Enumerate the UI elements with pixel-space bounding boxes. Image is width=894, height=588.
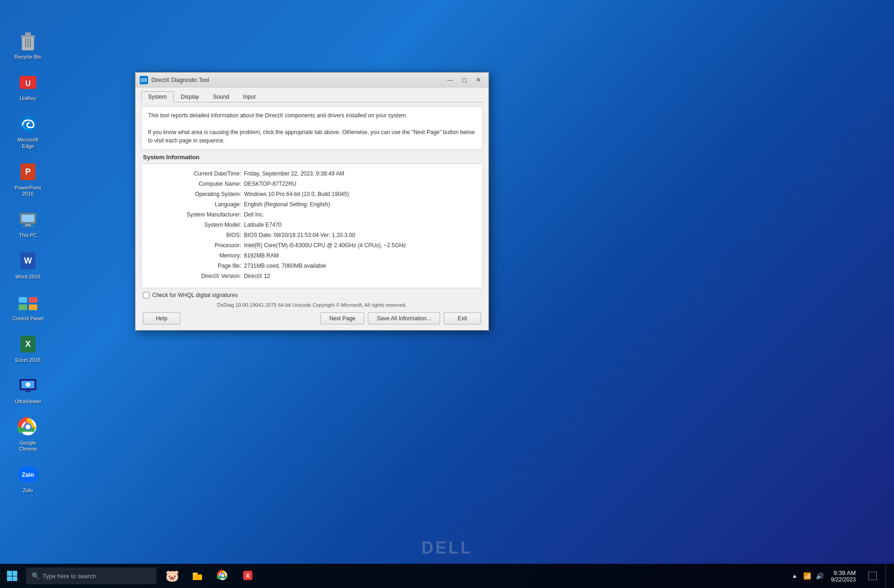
ppt-icon: P (17, 161, 39, 183)
desktop-icon-ppt[interactable]: P PowerPoint 2016 (9, 159, 47, 199)
whql-checkbox[interactable] (143, 292, 149, 298)
chrome-label: Google Chrome (11, 440, 45, 452)
label-os: Operating System: (151, 190, 244, 198)
show-desktop-button[interactable] (886, 564, 889, 588)
desktop-icon-word[interactable]: W Word 2016 (9, 248, 47, 282)
desktop-icon-excel[interactable]: X Excel 2016 (9, 331, 47, 365)
label-pagefile: Page file: (151, 262, 244, 270)
value-datetime: Friday, September 22, 2023, 9:38:49 AM (244, 169, 344, 178)
network-icon[interactable]: 📶 (803, 572, 811, 580)
dell-logo: DELL (421, 538, 473, 558)
description-box: This tool reports detailed information a… (141, 106, 483, 150)
desktop-icon-this-pc[interactable]: This PC (9, 206, 47, 240)
taskbar-file-explorer[interactable] (185, 564, 210, 588)
word-label: Word 2016 (15, 274, 41, 280)
desktop-icon-chrome[interactable]: Google Chrome (9, 414, 47, 454)
control-panel-icon (17, 291, 39, 314)
data-row-manufacturer: System Manufacturer: Dell Inc. (151, 210, 473, 219)
svg-text:Zalo: Zalo (22, 471, 34, 478)
label-bios: BIOS: (151, 231, 244, 239)
value-pagefile: 2731MB used, 7060MB available (244, 262, 326, 270)
desktop-icon-zalo[interactable]: Zalo Zalo (9, 461, 47, 495)
data-row-language: Language: English (Regional Setting: Eng… (151, 200, 473, 209)
taskbar-x-app[interactable]: X (236, 564, 260, 588)
clock-time: 9:39 AM (833, 569, 856, 576)
svg-text:DX: DX (141, 78, 147, 83)
data-row-model: System Model: Latitude E7470 (151, 221, 473, 229)
notification-button[interactable] (863, 564, 882, 588)
label-directx: DirectX Version: (151, 272, 244, 280)
value-computername: DESKTOP-87T22RU (244, 180, 296, 188)
recycle-bin-icon (17, 30, 39, 52)
zalo-icon: Zalo (17, 463, 39, 486)
desktop-icons-area: Recycle Bin U UniKey (9, 28, 47, 496)
button-row: Help Next Page Save All Information... E… (141, 310, 483, 326)
exit-button[interactable]: Exit (444, 312, 481, 324)
svg-rect-13 (25, 224, 31, 226)
start-button[interactable] (0, 564, 24, 588)
taskbar-pinned-items: 🐷 (160, 564, 260, 588)
data-row-os: Operating System: Windows 10 Pro 64-bit … (151, 190, 473, 198)
next-page-button[interactable]: Next Page (320, 312, 364, 324)
excel-label: Excel 2016 (15, 357, 41, 363)
data-row-bios: BIOS: BIOS Date: 08/20/18 21:53:04 Ver: … (151, 231, 473, 239)
tab-system[interactable]: System (141, 91, 174, 102)
tray-icons: 📶 🔊 (803, 572, 824, 580)
value-processor: Intel(R) Core(TM) i5-6300U CPU @ 2.40GHz… (244, 241, 406, 250)
label-language: Language: (151, 200, 244, 209)
value-bios: BIOS Date: 08/20/18 21:53:04 Ver: 1.20.3… (244, 231, 355, 239)
taskbar-search[interactable]: 🔍 (26, 568, 156, 584)
search-icon: 🔍 (32, 572, 40, 580)
whql-checkbox-area: Check for WHQL digital signatures (141, 292, 483, 298)
search-input[interactable] (42, 573, 151, 580)
tab-sound[interactable]: Sound (206, 91, 236, 102)
help-button[interactable]: Help (143, 312, 180, 324)
svg-text:X: X (25, 339, 31, 349)
description-line2: If you know what area is causing the pro… (148, 128, 476, 145)
svg-point-40 (221, 574, 224, 577)
svg-text:X: X (246, 572, 250, 579)
desktop-icon-edge[interactable]: Microsoft Edge (9, 111, 47, 151)
taskbar-chrome[interactable] (210, 564, 235, 588)
tabs-bar: System Display Sound Input (141, 91, 483, 102)
tray-expand-button[interactable]: ▲ (790, 571, 799, 581)
label-manufacturer: System Manufacturer: (151, 210, 244, 219)
svg-point-30 (26, 425, 30, 429)
label-processor: Processor: (151, 241, 244, 250)
section-title: System Information (141, 154, 483, 161)
ultraviewer-label: UltraViewer (15, 399, 41, 405)
tab-input[interactable]: Input (236, 91, 263, 102)
desktop-icon-unikey[interactable]: U UniKey (9, 69, 47, 103)
svg-text:U: U (25, 80, 31, 88)
svg-rect-20 (29, 304, 37, 310)
data-row-computername: Computer Name: DESKTOP-87T22RU (151, 180, 473, 188)
label-model: System Model: (151, 221, 244, 229)
system-clock[interactable]: 9:39 AM 9/22/2023 (827, 568, 860, 585)
tab-display[interactable]: Display (174, 91, 206, 102)
window-titlebar[interactable]: DX DirectX Diagnostic Tool — ◻ ✕ (135, 73, 488, 88)
value-memory: 8192MB RAM (244, 251, 279, 260)
value-language: English (Regional Setting: English) (244, 200, 330, 209)
edge-icon (17, 113, 39, 135)
close-button[interactable]: ✕ (472, 75, 485, 85)
control-panel-label: Control Panel (13, 316, 44, 322)
minimize-button[interactable]: — (444, 75, 457, 85)
excel-icon: X (17, 333, 39, 355)
window-controls: — ◻ ✕ (444, 75, 485, 85)
windows-logo-icon (7, 571, 17, 581)
data-row-pagefile: Page file: 2731MB used, 7060MB available (151, 262, 473, 270)
volume-icon[interactable]: 🔊 (816, 572, 824, 580)
desktop-icon-control-panel[interactable]: Control Panel (9, 290, 47, 324)
label-computername: Computer Name: (151, 180, 244, 188)
desktop-icon-recycle-bin[interactable]: Recycle Bin (9, 28, 47, 62)
window-title: DirectX Diagnostic Tool (151, 77, 444, 83)
data-row-directx: DirectX Version: DirectX 12 (151, 272, 473, 280)
restore-button[interactable]: ◻ (458, 75, 471, 85)
whql-label[interactable]: Check for WHQL digital signatures (152, 292, 238, 298)
chrome-icon (17, 416, 39, 438)
svg-rect-12 (21, 215, 34, 222)
clock-date: 9/22/2023 (831, 576, 856, 583)
save-all-button[interactable]: Save All Information... (368, 312, 440, 324)
svg-rect-43 (868, 572, 877, 580)
desktop-icon-ultraviewer[interactable]: UltraViewer (9, 372, 47, 406)
